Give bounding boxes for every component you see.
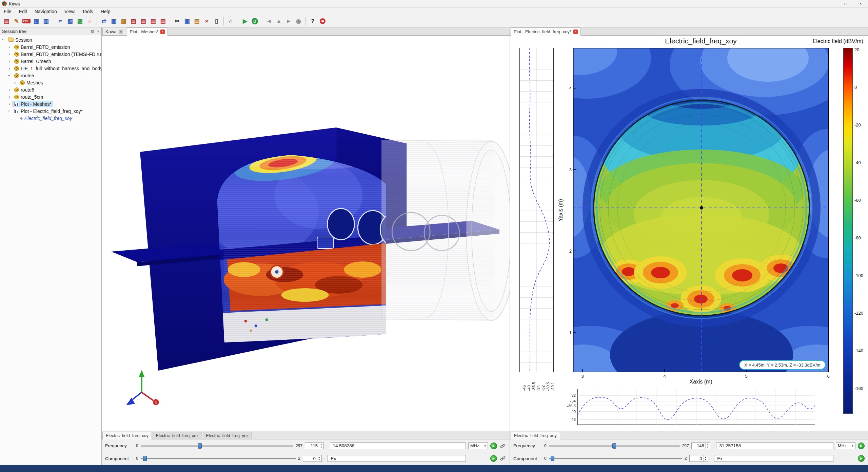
nav-user-icon[interactable]: ◉ [294,17,303,26]
new-session-icon[interactable]: ▤ [2,17,11,26]
frequency-value-field[interactable]: 14.508288 [330,442,466,449]
tab-close-icon[interactable]: × [160,29,165,34]
about-icon[interactable] [318,17,327,26]
frequency-unit-dropdown[interactable]: MHz ▾ [468,442,488,449]
close-button[interactable]: × [853,0,868,7]
contour-plot[interactable] [573,48,829,372]
slider-handle[interactable] [198,443,202,449]
link-component-icon[interactable] [499,455,506,462]
delete-icon[interactable]: × [202,17,211,26]
apply-frequency-button[interactable]: ▶ [490,442,497,449]
batch-run-1-icon[interactable]: ▤ [129,17,138,26]
tree-item-barrel-fdtd-emission-temsi-fd-run[interactable]: ›DBarrel_FDTD_emission (TEMSI-FD run) [0,51,101,58]
batch-run-2-icon[interactable]: ▤ [139,17,148,26]
expander-icon[interactable]: › [7,73,12,78]
menu-help[interactable]: Help [97,8,114,15]
tree-item-route-5cm[interactable]: ›Droute_5cm [0,93,101,100]
nav-back-icon[interactable]: ◄ [264,17,274,26]
tree-item-meshes[interactable]: ›DMeshes [0,79,101,86]
snapshot-icon[interactable]: ▩ [119,17,128,26]
minimize-button[interactable]: — [823,0,838,7]
slider-handle[interactable] [143,456,147,461]
component-index-spinbox[interactable]: 0 ▲▼ [303,455,322,462]
tree-item-lie-1-full-without-harness-and-body[interactable]: ›DLIE_1_full_without_harness_and_body [0,65,101,72]
import-data-icon[interactable]: ⇄ [99,17,108,26]
expander-icon[interactable]: › [7,52,12,56]
batch-run-3-icon[interactable]: ▤ [149,17,158,26]
close-panel-icon[interactable]: × [97,29,99,34]
batch-run-4-icon[interactable]: ▤ [158,17,167,26]
tree-item-route5[interactable]: ›Droute5 [0,72,101,79]
frequency-value-field[interactable]: 31.257158 [716,442,833,449]
tree-item-electric-field-freq-xoy[interactable]: ◆Electric_field_freq_xoy [0,115,101,122]
vertical-profile-plot[interactable] [519,48,554,372]
tree-item-plot-electric-field-freq-xoy[interactable]: ›Plot - Electric_field_freq_xoy* [0,107,101,115]
plot-surface-icon[interactable]: ▧ [65,17,75,26]
nav-forward-icon[interactable]: ► [284,17,293,26]
copy-icon[interactable]: ▣ [182,17,192,26]
plot-curve-icon[interactable]: ≈ [56,17,65,26]
spinbox-arrows-icon[interactable]: ▲▼ [319,443,323,449]
field-plot-area[interactable]: Electric_field_freq_xoy Electric field (… [510,36,868,431]
component-index-spinbox[interactable]: 0 ▲▼ [689,455,708,462]
tab-plot-electric-field-freq-xoy[interactable]: Plot - Electric_field_freq_xoy*× [511,27,581,36]
field-tab-electric-field-freq-yoz[interactable]: Electric_field_freq_yoz [203,432,252,439]
spinbox-arrows-icon[interactable]: ▲▼ [703,455,708,461]
frequency-slider[interactable] [141,443,293,449]
expander-icon[interactable]: › [13,80,17,85]
paste-icon[interactable]: ▤ [192,17,201,26]
cut-icon[interactable]: ✂ [173,17,182,26]
apply-frequency-button[interactable]: ▶ [858,442,865,449]
mesh-3d-viewport[interactable]: x [102,36,510,431]
export-data-icon[interactable]: ▣ [109,17,118,26]
component-slider[interactable] [141,455,296,461]
link-frequency-icon[interactable] [499,442,506,449]
menu-edit[interactable]: Edit [15,8,31,15]
field-tab-electric-field-freq-xoy[interactable]: Electric_field_freq_xoy [102,432,152,439]
expander-icon[interactable]: › [7,45,12,49]
tab-close-icon[interactable]: × [573,29,578,34]
frequency-index-spinbox[interactable]: 148 ▲▼ [691,442,710,449]
help-icon[interactable]: ? [308,17,317,26]
tree-item-route6[interactable]: ›Droute6 [0,86,101,93]
tab-plot-meshes[interactable]: Plot - Meshes*× [127,27,168,36]
expander-icon[interactable]: › [7,59,12,63]
component-value-field[interactable]: Ex [714,455,833,462]
tab-close-icon[interactable]: × [119,29,123,34]
field-tab-electric-field-freq-xoz[interactable]: Electric_field_freq_xoz [153,432,202,439]
frequency-unit-dropdown[interactable]: MHz ▾ [836,442,855,449]
component-value-field[interactable]: Ex [328,455,466,462]
apply-component-button[interactable]: ▶ [490,455,497,462]
tab-kawa[interactable]: Kawa× [102,28,126,35]
export-pdf-icon[interactable]: PDF [22,17,31,26]
home-icon[interactable]: ⌂ [226,17,235,26]
slider-handle[interactable] [612,443,616,449]
spinbox-arrows-icon[interactable]: ▲▼ [317,455,321,461]
expander-icon[interactable]: › [1,38,6,42]
menu-navigation[interactable]: Navigation [31,8,61,15]
edit-session-icon[interactable]: ✎ [12,17,21,26]
run-temsi-icon[interactable]: D [250,17,259,26]
field-tab-electric-field-freq-xoy[interactable]: Electric_field_freq_xoy [511,432,560,439]
component-slider[interactable] [549,455,682,461]
expander-icon[interactable]: › [7,95,12,99]
tree-item-plot-meshes[interactable]: ›Plot - Meshes* [0,100,101,107]
spinbox-arrows-icon[interactable]: ▲▼ [705,443,710,449]
frequency-index-spinbox[interactable]: 115 ▲▼ [305,442,324,449]
apply-component-button[interactable]: ▶ [858,455,865,462]
menu-view[interactable]: View [61,8,78,15]
run-icon[interactable]: ▶ [240,17,250,26]
expander-icon[interactable]: › [7,66,12,71]
slider-handle[interactable] [551,456,554,461]
frequency-slider[interactable] [549,443,680,449]
maximize-button[interactable]: □ [838,0,853,7]
menu-tools[interactable]: Tools [78,8,97,15]
table-view-icon[interactable]: ▦ [32,17,41,26]
menu-file[interactable]: File [0,8,15,15]
plot-mesh-icon[interactable]: ▨ [75,17,84,26]
trash-icon[interactable]: ▯ [212,17,221,26]
chart-view-icon[interactable]: ▥ [41,17,51,26]
tree-item-barrel-fdtd-emission[interactable]: ›DBarrel_FDTD_emission [0,43,101,51]
expander-icon[interactable]: › [7,109,12,113]
tree-item-barrel-umesh[interactable]: ›DBarrel_Umesh [0,58,101,65]
